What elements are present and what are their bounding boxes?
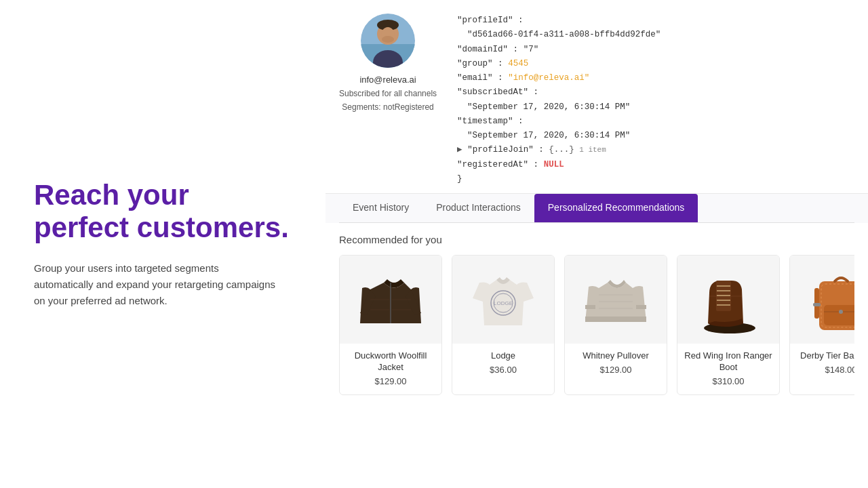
svg-rect-30 (824, 305, 854, 325)
json-display: "profileId" : "d561ad66-01f4-a311-a008-b… (457, 14, 848, 186)
right-panel: info@releva.ai Subscribed for all channe… (326, 0, 868, 488)
product-card-whitney[interactable]: Whitney Pullover $129.00 (564, 255, 667, 395)
product-price-redwing: $310.00 (684, 376, 772, 386)
svg-rect-17 (636, 305, 646, 309)
product-card-lodge[interactable]: LODGE Lodge $36.00 (452, 255, 555, 395)
product-image-duckworth (340, 256, 441, 344)
tabs-section: Event History Product Interactions Perso… (326, 193, 868, 223)
top-section: info@releva.ai Subscribed for all channe… (326, 0, 868, 193)
product-image-whitney (565, 256, 667, 344)
product-info-redwing: Red Wing Iron Ranger Boot $310.00 (677, 344, 779, 394)
svg-rect-16 (585, 305, 595, 309)
tab-event-history[interactable]: Event History (339, 194, 422, 222)
svg-rect-15 (585, 317, 646, 322)
product-price-duckworth: $129.00 (347, 376, 435, 386)
product-name-redwing: Red Wing Iron Ranger Boot (684, 350, 772, 373)
profile-segments: Segments: notRegistered (342, 102, 433, 112)
product-info-derby: Derby Tier Backpack $148.00 (790, 344, 854, 383)
profile-email: info@releva.ai (359, 75, 416, 85)
svg-point-35 (839, 310, 843, 314)
product-name-whitney: Whitney Pullover (572, 350, 660, 362)
product-price-lodge: $36.00 (459, 365, 547, 375)
reco-section: Recommended for you (326, 223, 868, 488)
svg-point-6 (382, 36, 394, 43)
main-headline: Reach your perfect customers. (34, 179, 292, 245)
product-card-duckworth[interactable]: Duckworth Woolfill Jacket $129.00 (339, 255, 442, 395)
main-subtext: Group your users into targeted segments … (34, 260, 278, 309)
left-panel: Reach your perfect customers. Group your… (0, 0, 326, 488)
tabs-bar: Event History Product Interactions Perso… (339, 194, 854, 223)
product-name-duckworth: Duckworth Woolfill Jacket (347, 350, 435, 373)
products-row: Duckworth Woolfill Jacket $129.00 (339, 255, 854, 395)
product-info-duckworth: Duckworth Woolfill Jacket $129.00 (340, 344, 441, 394)
product-card-redwing[interactable]: Red Wing Iron Ranger Boot $310.00 (677, 255, 780, 395)
avatar (361, 14, 415, 68)
product-name-lodge: Lodge (459, 350, 547, 362)
product-price-derby: $148.00 (797, 365, 854, 375)
profile-card: info@releva.ai Subscribed for all channe… (339, 14, 437, 112)
tab-product-interactions[interactable]: Product Interactions (422, 194, 534, 222)
tab-personalized-recommendations[interactable]: Personalized Recommendations (534, 194, 698, 222)
product-image-derby (790, 256, 854, 344)
svg-text:LODGE: LODGE (494, 300, 513, 306)
reco-title: Recommended for you (339, 234, 854, 245)
product-card-derby[interactable]: Derby Tier Backpack $148.00 (789, 255, 854, 395)
product-info-lodge: Lodge $36.00 (452, 344, 554, 383)
product-price-whitney: $129.00 (572, 365, 660, 375)
product-image-redwing (677, 256, 779, 344)
svg-rect-34 (813, 303, 821, 306)
product-image-lodge: LODGE (452, 256, 554, 344)
product-info-whitney: Whitney Pullover $129.00 (565, 344, 667, 383)
profile-subscribed: Subscribed for all channels (339, 89, 437, 98)
product-name-derby: Derby Tier Backpack (797, 350, 854, 362)
